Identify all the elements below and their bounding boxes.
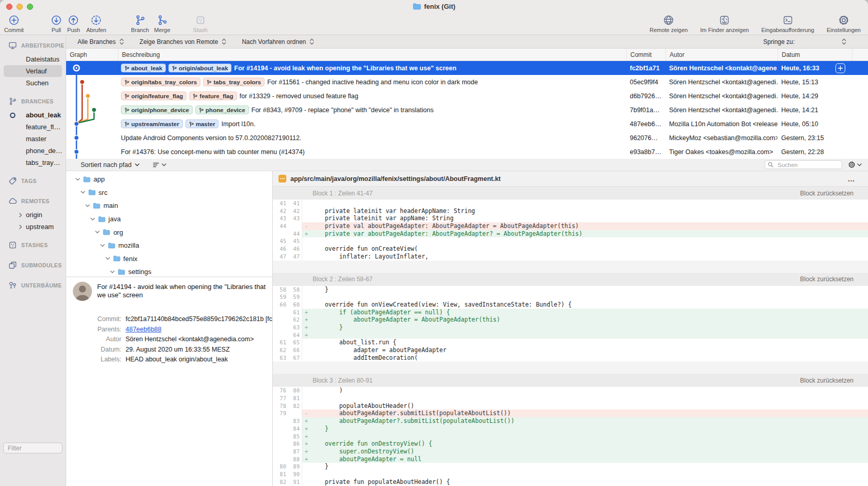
branch-badge[interactable]: about_leak — [121, 64, 166, 72]
sidebar-section-tags[interactable]: TAGS — [0, 173, 66, 189]
column-author[interactable]: Autor — [665, 49, 778, 60]
commit-row[interactable]: origin/feature_flagfeature_flagfor #1332… — [66, 89, 868, 103]
diff-line[interactable]: 88+ aboutPageAdapter = null — [273, 455, 868, 463]
branch-badge[interactable]: origin/feature_flag — [121, 92, 187, 100]
diff-line[interactable]: 4343 private lateinit var appName: Strin… — [273, 215, 868, 222]
diff-line[interactable]: 8089 } — [273, 463, 868, 470]
branch-badge[interactable]: tabs_tray_colors — [203, 78, 265, 86]
block-reset-button[interactable]: Block zurücksetzen — [800, 276, 854, 283]
detail-field-value[interactable]: 487eeb6b88 — [126, 325, 272, 335]
sidebar-remote-upstream[interactable]: upstream — [0, 221, 66, 233]
show-remote-button[interactable]: Remote zeigen — [649, 13, 688, 33]
settings-button[interactable]: Einstellungen — [827, 13, 861, 33]
sidebar-filter-input[interactable] — [3, 443, 63, 453]
sidebar-branch-phone-de[interactable]: phone_de… — [0, 145, 66, 157]
sidebar-branch-about-leak[interactable]: about_leak — [0, 109, 66, 121]
tree-item-settings[interactable]: settings — [66, 265, 272, 277]
diff-line[interactable]: 7680 ) — [273, 387, 868, 394]
sidebar-branch-master[interactable]: master — [0, 133, 66, 145]
diff-line[interactable]: 86+ override fun onDestroyView() { — [273, 440, 868, 448]
commit-row[interactable]: origin/tabs_tray_colorstabs_tray_colorsF… — [66, 75, 868, 89]
diff-line[interactable]: 84+ } — [273, 425, 868, 433]
diff-line[interactable]: 7882 populateAboutHeader() — [273, 402, 868, 410]
diff-line[interactable]: 6266 adapter = aboutPageAdapter — [273, 346, 868, 354]
commit-row[interactable]: about_leakorigin/about_leakFor #14194 - … — [66, 61, 868, 75]
merge-button[interactable]: Merge — [154, 13, 170, 33]
column-commit[interactable]: Commit — [626, 49, 665, 60]
sidebar-branch-feature-fl[interactable]: feature_fl… — [0, 121, 66, 133]
branch-badge[interactable]: origin/about_leak — [168, 64, 231, 72]
branch-badge[interactable]: upstream/master — [121, 119, 183, 128]
branch-badge[interactable]: origin/phone_device — [121, 105, 193, 114]
diff-line[interactable]: 8291 private fun populateAboutHeader() { — [273, 478, 868, 486]
commit-row[interactable]: origin/phone_devicephone_deviceFor #8343… — [66, 103, 868, 117]
diff-line[interactable]: 6367 addItemDecoration( — [273, 354, 868, 362]
tree-item-fenix[interactable]: fenix — [66, 252, 272, 266]
diff-line[interactable]: 6060 override fun onViewCreated(view: Vi… — [273, 301, 868, 309]
diff-line[interactable]: 4747 inflater: LayoutInflater, — [273, 253, 868, 261]
pull-button[interactable]: Pull — [51, 13, 62, 33]
diff-line[interactable]: 83+ aboutPageAdapter?.submitList(populat… — [273, 417, 868, 425]
commit-button[interactable]: Commit — [4, 13, 24, 33]
column-date[interactable]: Datum — [778, 49, 852, 60]
jump-to-dropdown[interactable]: Springe zu: — [763, 38, 846, 45]
sidebar-section-submodules[interactable]: SUBMODULES — [0, 257, 66, 273]
diff-line[interactable]: 4545 — [273, 237, 868, 245]
column-description[interactable]: Beschreibung — [118, 49, 626, 60]
order-filter-dropdown[interactable]: Nach Vorfahren ordnen — [242, 38, 314, 45]
diff-line[interactable]: 6165 about_list.run { — [273, 339, 868, 346]
diff-line[interactable]: 4242 private lateinit var headerAppName:… — [273, 207, 868, 215]
tree-item-src[interactable]: src — [66, 186, 272, 200]
branch-badge[interactable]: feature_flag — [189, 92, 237, 100]
tree-item-mozilla[interactable]: mozilla — [66, 239, 272, 252]
sort-dropdown[interactable]: Sortiert nach pfad — [81, 161, 140, 169]
tree-item-java[interactable]: java — [66, 212, 272, 226]
view-options-dropdown[interactable] — [153, 162, 166, 168]
sidebar-item-verlauf[interactable]: Verlauf — [4, 65, 62, 77]
diff-line[interactable]: 63+ } — [273, 324, 868, 331]
diff-line[interactable]: 4646 override fun onCreateView( — [273, 245, 868, 253]
diff-line[interactable]: 64+ — [273, 331, 868, 339]
command-prompt-button[interactable]: Eingabeaufforderung — [761, 13, 814, 33]
branch-button[interactable]: Branch — [131, 13, 149, 33]
sidebar-item-dateistatus[interactable]: Dateistatus — [0, 53, 66, 65]
remote-filter-dropdown[interactable]: Zeige Branches von Remote — [140, 38, 226, 45]
sidebar-section-subtrees[interactable]: UNTERBÄUME — [0, 277, 66, 293]
diff-line[interactable]: 44+ private var aboutPageAdapter: AboutP… — [273, 230, 868, 238]
commit-row[interactable]: For #14376: Use concept-menu with tab co… — [66, 145, 868, 159]
commit-row-add-button[interactable] — [835, 63, 845, 73]
sidebar-branch-tabs-tray[interactable]: tabs_tray… — [0, 157, 66, 169]
tree-item-org[interactable]: org — [66, 225, 272, 239]
block-reset-button[interactable]: Block zurücksetzen — [800, 377, 854, 384]
commit-row[interactable]: upstream/mastermasterImport l10n.487eeb6… — [66, 117, 868, 131]
diff-line[interactable]: 79- aboutPageAdapter.submitList(populate… — [273, 409, 868, 417]
sidebar-item-suchen[interactable]: Suchen — [0, 77, 66, 89]
more-options-button[interactable]: … — [848, 175, 856, 183]
branch-badge[interactable]: origin/tabs_tray_colors — [121, 78, 200, 86]
sidebar-remote-origin[interactable]: origin — [0, 209, 66, 221]
diff-line[interactable]: 61+ if (aboutPageAdapter == null) { — [273, 309, 868, 316]
sidebar-section-stashes[interactable]: STASHES — [0, 237, 66, 253]
diff-line[interactable]: 8190 — [273, 470, 868, 478]
diff-line[interactable]: 5858 } — [273, 286, 868, 294]
diff-line[interactable]: 5959 — [273, 293, 868, 301]
commit-row[interactable]: Update Android Components version to 57.… — [66, 131, 868, 145]
show-in-finder-button[interactable]: Im Finder anzeigen — [700, 13, 749, 33]
diff-line[interactable]: 4141 — [273, 200, 868, 207]
branch-filter-dropdown[interactable]: Alle Branches — [78, 38, 124, 45]
block-reset-button[interactable]: Block zurücksetzen — [800, 190, 854, 197]
diff-line[interactable]: 44- private val aboutPageAdapter: AboutP… — [273, 222, 868, 230]
sidebar-section-remotes[interactable]: REMOTES — [0, 193, 66, 209]
diff-line[interactable]: 85+ — [273, 433, 868, 441]
diff-line[interactable]: 62+ aboutPageAdapter = AboutPageAdapter(… — [273, 316, 868, 324]
tree-item-app[interactable]: app — [66, 173, 272, 186]
fetch-button[interactable]: Abrufen — [86, 13, 106, 33]
diff-line[interactable]: 87+ super.onDestroyView() — [273, 448, 868, 455]
diff-options-dropdown[interactable] — [848, 161, 862, 169]
push-button[interactable]: Push — [67, 13, 80, 33]
search-input[interactable] — [765, 160, 842, 169]
branch-badge[interactable]: master — [185, 119, 219, 128]
column-graph[interactable]: Graph — [66, 49, 118, 60]
diff-line[interactable]: 7781 — [273, 394, 868, 402]
branch-badge[interactable]: phone_device — [195, 105, 249, 114]
